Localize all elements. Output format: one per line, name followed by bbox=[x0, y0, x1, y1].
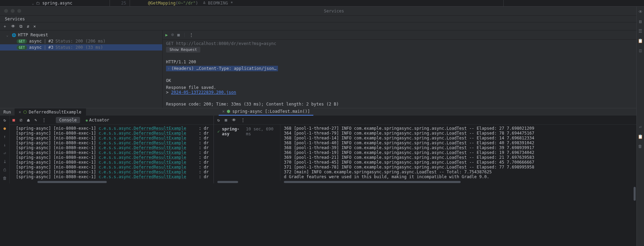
exit-icon[interactable]: ⏏ bbox=[27, 118, 29, 122]
console-scrollbar-h[interactable] bbox=[10, 181, 214, 183]
http-request-root[interactable]: ⌄ 🌐 HTTP Request bbox=[0, 32, 162, 38]
close-icon[interactable]: × bbox=[222, 109, 225, 114]
loadtest-line: d Gradle features were used in this buil… bbox=[284, 174, 641, 179]
print-icon[interactable]: ⎙ bbox=[3, 167, 6, 172]
palette-icon[interactable]: ◫ bbox=[639, 48, 642, 53]
line-number: 25 bbox=[121, 1, 126, 6]
console-output[interactable]: [spring-async] [nio-8080-exec-1] c.e.s.s… bbox=[10, 125, 214, 181]
traffic-light-min[interactable] bbox=[11, 9, 15, 13]
editor-right-gutter bbox=[638, 0, 644, 6]
tool-window-chrome: Services bbox=[0, 7, 644, 16]
expand-icon[interactable]: ⧉ bbox=[19, 24, 23, 29]
subtab-actuator[interactable]: ◉Actuator bbox=[82, 117, 113, 123]
editor-gutter: 25 bbox=[110, 0, 130, 6]
subtab-console[interactable]: Console bbox=[56, 117, 80, 123]
rerun-icon[interactable]: ↻ bbox=[3, 118, 6, 122]
trash-icon[interactable]: 🗑 bbox=[3, 176, 7, 181]
vscroll-thumb[interactable] bbox=[634, 187, 636, 201]
show-request-button[interactable]: Show Request bbox=[166, 47, 200, 53]
loadtest-line: 368 [pool-1-thread-40] INFO com.example.… bbox=[284, 140, 641, 145]
console-line: [spring-async] [nio-8080-exec-1] c.e.s.s… bbox=[16, 160, 211, 165]
console-line: [spring-async] [nio-8080-exec-1] c.e.s.s… bbox=[16, 150, 211, 155]
traffic-light-max[interactable] bbox=[17, 9, 21, 13]
editor-minimap[interactable] bbox=[503, 0, 638, 6]
clipboard-icon[interactable]: 📋 bbox=[638, 134, 643, 139]
scrollbar-thumb-2[interactable] bbox=[284, 181, 461, 183]
code-path: "/dr" bbox=[183, 1, 195, 6]
loadtest-scrollbar-h[interactable] bbox=[214, 181, 644, 183]
test-name: spring-asy bbox=[222, 127, 244, 136]
test-tree: ✓ spring-asy 10 sec, 690 ms bbox=[214, 125, 280, 181]
headers-summary: (Headers) …Content-Type: application/jso… bbox=[171, 66, 276, 71]
loadtest-vscroll[interactable] bbox=[633, 125, 636, 204]
more-icon[interactable]: ⋮ bbox=[42, 118, 46, 122]
services-body: ⌄ 🌐 HTTP Request GET async | #2 Status: … bbox=[0, 30, 644, 108]
loadtest-output[interactable]: 368 [pool-1-thread-27] INFO com.example.… bbox=[280, 125, 644, 181]
loadtest-line: 368 [pool-1-thread-27] INFO com.example.… bbox=[284, 126, 641, 131]
request-line: GET http://localhost:8080/dr/event?msg=a… bbox=[166, 41, 641, 46]
get-badge: GET bbox=[17, 45, 27, 50]
response-summary: Response code: 200; Time: 33ms (33 ms); … bbox=[166, 102, 641, 107]
close-icon[interactable]: ✕ bbox=[33, 24, 36, 29]
chevron-down-icon: ⌄ bbox=[32, 1, 34, 5]
code-annotation: @GetMapping bbox=[148, 1, 175, 6]
console-line: [spring-async] [nio-8080-exec-1] c.e.s.s… bbox=[16, 170, 211, 174]
services-detail: ▶ ⌾ ■ | ⋮ GET http://localhost:8080/dr/e… bbox=[163, 30, 644, 108]
response-file-link[interactable]: 2024-05-13T222839.200.json bbox=[171, 90, 236, 95]
request-idx: #3 bbox=[48, 45, 53, 50]
scrollbar-thumb[interactable] bbox=[217, 181, 238, 183]
stop-icon[interactable]: ■ bbox=[177, 33, 180, 37]
run-body: ↻ ● ↑ ↓ ⏎ ⤓ ⎙ 🗑 ■ ⎚ ⏏ ✎ ⋮ Console ◉ bbox=[0, 116, 644, 183]
down-arrow-icon[interactable]: ↓ bbox=[3, 143, 6, 147]
trash-icon[interactable]: 🗑 bbox=[638, 144, 642, 149]
eye-icon[interactable]: 👁 bbox=[11, 24, 15, 29]
detail-content: GET http://localhost:8080/dr/event?msg=a… bbox=[163, 40, 644, 108]
run-tab-loadtest[interactable]: × ⬢ spring-async [:LoadTest.main()] bbox=[219, 108, 313, 116]
bookmark-icon[interactable]: ☰ bbox=[638, 29, 642, 34]
editor-code-line[interactable]: @GetMapping(©~"/dr") ≛ BEOMKING * bbox=[130, 0, 503, 6]
request-sep: | bbox=[44, 45, 46, 50]
clipboard-icon[interactable]: 📋 bbox=[638, 38, 643, 43]
headers-toggle[interactable]: ›(Headers) …Content-Type: application/js… bbox=[166, 66, 278, 71]
settings-icon[interactable]: ✎ bbox=[34, 118, 37, 122]
run-right: ↻ ■ 👁 ⋮ ✓ spring-asy 10 sec, 690 ms 368 … bbox=[214, 116, 644, 183]
request-idx: #2 bbox=[48, 39, 53, 44]
tool-window-title: Services bbox=[24, 9, 644, 13]
run-left-toolbar: ■ ⎚ ⏏ ✎ ⋮ Console ◉Actuator bbox=[10, 116, 214, 125]
layers-icon[interactable]: ▤ bbox=[639, 19, 642, 24]
subtabs: Console ◉Actuator bbox=[56, 117, 113, 123]
close-icon[interactable]: × bbox=[19, 110, 21, 115]
get-badge: GET bbox=[17, 39, 27, 44]
up-arrow-icon[interactable]: ↑ bbox=[3, 134, 6, 139]
wrap-lines-icon[interactable]: ⏎ bbox=[3, 151, 6, 156]
request-item-3[interactable]: GET async | #3 Status: 200 (33 ms) bbox=[0, 44, 162, 51]
spring-boot-icon: ⬡ bbox=[23, 110, 27, 115]
run-tab-deferred[interactable]: × ⬡ DeferredResultExample bbox=[15, 108, 86, 116]
http-icon: 🌐 bbox=[12, 33, 16, 37]
http-request-label: HTTP Request bbox=[18, 33, 48, 37]
run-tab-label: DeferredResultExample bbox=[29, 110, 81, 115]
run-label: Run bbox=[0, 108, 15, 116]
project-tree-node[interactable]: ⌄ 🗀 spring.async bbox=[0, 0, 110, 6]
loadtest-line: 371 [pool-1-thread-78] INFO com.example.… bbox=[284, 165, 641, 170]
scroll-end-icon[interactable]: ⤓ bbox=[3, 159, 7, 164]
stop-icon[interactable]: ■ bbox=[12, 118, 15, 122]
separator: | bbox=[183, 33, 186, 37]
traffic-light-close[interactable] bbox=[4, 9, 8, 13]
run-icon[interactable]: ▶ bbox=[165, 33, 168, 37]
debug-icon[interactable]: ⌾ bbox=[171, 33, 174, 37]
services-header: Services bbox=[0, 16, 644, 22]
eye-icon[interactable]: 👁 bbox=[638, 9, 643, 14]
scrollbar-thumb[interactable] bbox=[37, 181, 107, 183]
wrap-icon[interactable]: ⏎ bbox=[639, 125, 641, 129]
camera-icon[interactable]: ⎚ bbox=[20, 118, 22, 122]
request-item-2[interactable]: GET async | #2 Status: 200 (206 ms) bbox=[0, 38, 162, 44]
test-row[interactable]: ✓ spring-asy 10 sec, 690 ms bbox=[217, 127, 277, 136]
request-sep: | bbox=[44, 39, 46, 44]
more-icon[interactable]: ⋮ bbox=[189, 33, 193, 37]
add-icon[interactable]: ＋ bbox=[3, 24, 7, 29]
file-prompt: > bbox=[166, 90, 171, 95]
breakpoint-icon[interactable]: ● bbox=[3, 126, 6, 131]
collapse-all-icon[interactable]: ⇵ bbox=[27, 24, 29, 29]
run-left: ↻ ● ↑ ↓ ⏎ ⤓ ⎙ 🗑 ■ ⎚ ⏏ ✎ ⋮ Console ◉ bbox=[0, 116, 214, 183]
